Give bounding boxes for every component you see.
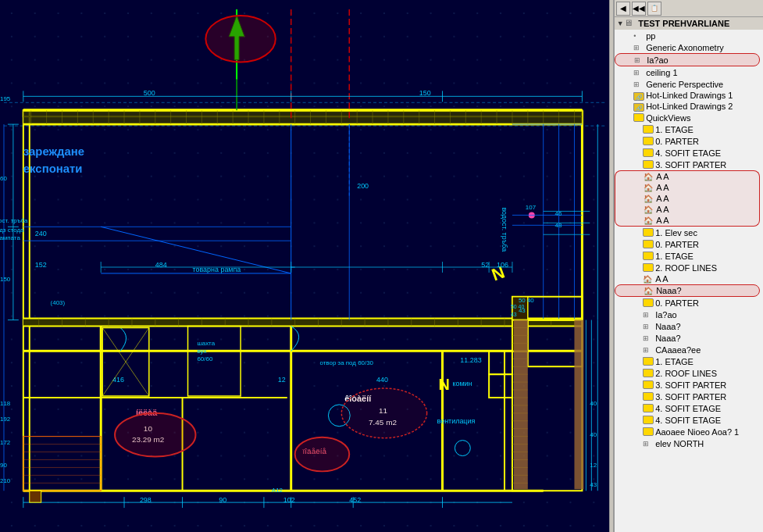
tree-item-aa-3[interactable]: 🏠A A <box>615 193 760 204</box>
tree-item-caaea-ee[interactable]: ⊞CAaaea?ee <box>615 344 763 355</box>
item-label-aa-6: A A <box>655 274 669 284</box>
expand-icon-aa-1 <box>636 173 644 180</box>
tree-item-sofit-parter-3c[interactable]: 3. SOFIT PARTER <box>615 391 763 402</box>
item-icon-ia-ao-2: ⊞ <box>643 309 655 320</box>
tree-item-naaa-2[interactable]: ⊞Naaa? <box>615 320 763 332</box>
svg-point-224 <box>205 16 275 62</box>
tree-item-etage-1[interactable]: 1. ETAGE <box>615 123 763 135</box>
svg-text:комин: комин <box>452 380 472 387</box>
item-icon-elev-sec <box>643 227 655 237</box>
tree-item-quickviews[interactable]: QuickViews <box>615 112 763 123</box>
toolbar-btn-2[interactable]: ◀◀ <box>632 2 646 16</box>
tree-item-sofit-etage-4[interactable]: 4. SOFIT ETAGE <box>615 147 763 159</box>
expand-icon-generic-perspective <box>626 80 633 88</box>
svg-text:500: 500 <box>144 89 155 97</box>
tree-item-aa-2[interactable]: 🏠A A <box>615 182 760 193</box>
tree-item-ia-ao-1[interactable]: ⊞Ia?ao <box>615 53 760 66</box>
tree-item-hot-linked-2[interactable]: 🔗Hot-Linked Drawings 2 <box>615 101 763 112</box>
expand-icon-sofit-etage-4b <box>635 405 643 412</box>
svg-text:50 40: 50 40 <box>519 297 534 304</box>
svg-text:60: 60 <box>0 175 7 182</box>
tree-item-naaa-3[interactable]: ⊞Naaa? <box>615 332 763 344</box>
item-icon-aa-3: 🏠 <box>644 194 656 203</box>
tree-item-etage-1b[interactable]: 1. ETAGE <box>615 250 763 262</box>
svg-text:484: 484 <box>155 261 167 269</box>
tree-item-ia-ao-2[interactable]: ⊞Ia?ao <box>615 309 763 320</box>
item-icon-ceiling-1: ⊞ <box>633 67 646 77</box>
item-label-parter-0: 0. PARTER <box>655 137 699 146</box>
tree-item-hot-linked-1[interactable]: 🔗Hot-Linked Drawings 1 <box>615 90 763 101</box>
svg-text:A12: A12 <box>272 487 283 494</box>
tree-items-container: •pp⊞Generic Axonometry⊞Ia?ao⊞ceiling 1⊞G… <box>615 30 763 449</box>
item-icon-ia-ao-1: ⊞ <box>634 55 647 65</box>
item-label-caaea-ee: CAaaea?ee <box>655 345 701 355</box>
expand-icon-parter-0b <box>635 241 643 248</box>
tree-item-parter-0c[interactable]: 0. PARTER <box>615 297 763 309</box>
svg-point-242 <box>341 388 426 438</box>
svg-text:(403): (403) <box>51 299 66 306</box>
svg-text:12: 12 <box>590 462 597 469</box>
tree-item-elev-sec[interactable]: 1. Elev sec <box>615 227 763 238</box>
tree-item-etage-1c[interactable]: 1. ETAGE <box>615 355 763 367</box>
tree-item-elev-north[interactable]: ⊞elev NORTH <box>615 437 763 449</box>
tree-item-roof-lines-2[interactable]: 2. ROOF LINES <box>615 262 763 273</box>
item-icon-aa-6: 🏠 <box>643 274 655 284</box>
expand-icon-parter-0c <box>635 299 643 307</box>
expand-icon-aa-4 <box>636 205 644 213</box>
expand-icon-sofit-parter-3 <box>635 161 643 169</box>
expand-icon-aa-5 <box>636 216 644 224</box>
tree-item-parter-0b[interactable]: 0. PARTER <box>615 238 763 250</box>
item-label-etage-1: 1. ETAGE <box>655 125 693 134</box>
tree-item-pp[interactable]: •pp <box>615 30 763 41</box>
tree-item-parter-0[interactable]: 0. PARTER <box>615 135 763 147</box>
tree-item-naaa-1[interactable]: 🏠Naaa? <box>615 284 760 297</box>
tree-item-sofit-parter-3b[interactable]: 3. SOFIT PARTER <box>615 379 763 391</box>
item-icon-aa-5: 🏠 <box>644 216 656 225</box>
item-label-etage-1c: 1. ETAGE <box>655 357 693 366</box>
item-icon-etage-1b <box>643 251 655 261</box>
expand-icon-hot-linked-1 <box>626 91 633 99</box>
tree-root[interactable]: ▼ 🖥 TEST PREHVARLIANE <box>615 17 763 30</box>
tree-item-generic-axonometry[interactable]: ⊞Generic Axonometry <box>615 41 763 53</box>
svg-text:вдз стода: вдз стода <box>0 227 24 234</box>
expand-icon-aa-6 <box>635 275 643 283</box>
tree-item-aa-4[interactable]: 🏠A A <box>615 204 760 215</box>
expand-icon-etage-1b <box>635 252 643 260</box>
svg-text:118: 118 <box>0 400 11 407</box>
svg-text:106: 106 <box>497 261 508 269</box>
tree-item-aaoaee-nioeo-aoa-1[interactable]: Aaoaee Nioeo Aoa? 1 <box>615 426 763 437</box>
svg-text:водост. тръба: водост. тръба <box>0 217 28 224</box>
item-label-ceiling-1: ceiling 1 <box>646 68 677 77</box>
svg-text:240: 240 <box>35 230 47 237</box>
tree-item-roof-lines-2b[interactable]: 2. ROOF LINES <box>615 367 763 379</box>
toolbar-btn-icon[interactable]: 📋 <box>647 2 661 16</box>
svg-text:товарна рампа: товарна рампа <box>192 266 241 273</box>
tree-item-generic-perspective[interactable]: ⊞Generic Perspective <box>615 78 763 90</box>
tree-item-aa-1[interactable]: 🏠A A <box>615 170 760 182</box>
item-label-sofit-parter-3: 3. SOFIT PARTER <box>655 160 726 170</box>
tree-item-sofit-parter-3[interactable]: 3. SOFIT PARTER <box>615 159 763 170</box>
cad-drawing-panel[interactable]: 46 48 107 50 40 43 40 40 12 43 N N <box>0 0 609 532</box>
tree-item-sofit-etage-4c[interactable]: 4. SOFIT ETAGE <box>615 414 763 426</box>
expand-icon-naaa-3 <box>635 334 643 342</box>
item-icon-sofit-etage-4b <box>643 403 655 413</box>
svg-text:40: 40 <box>590 431 597 438</box>
item-icon-elev-north: ⊞ <box>643 438 655 448</box>
svg-text:50 40: 50 40 <box>511 304 525 309</box>
svg-text:40: 40 <box>590 400 597 407</box>
svg-text:12: 12 <box>278 376 286 384</box>
expand-icon-sofit-etage-4 <box>635 149 643 157</box>
item-icon-sofit-parter-3 <box>643 159 655 170</box>
item-label-aa-3: A A <box>656 194 669 203</box>
toolbar-btn-1[interactable]: ◀ <box>616 2 630 16</box>
tree-item-aa-6[interactable]: 🏠A A <box>615 273 763 284</box>
svg-text:195: 195 <box>0 95 11 102</box>
tree-item-aa-5[interactable]: 🏠A A <box>615 215 760 227</box>
tree-item-sofit-etage-4b[interactable]: 4. SOFIT ETAGE <box>615 402 763 414</box>
item-icon-aa-1: 🏠 <box>644 172 656 181</box>
tree-item-ceiling-1[interactable]: ⊞ceiling 1 <box>615 66 763 78</box>
item-icon-roof-lines-2b <box>643 368 655 378</box>
svg-text:шахта: шахта <box>197 340 215 347</box>
project-tree-panel: ◀ ◀◀ 📋 ▼ 🖥 TEST PREHVARLIANE •pp⊞Generic… <box>614 0 763 532</box>
svg-text:43: 43 <box>590 481 597 488</box>
